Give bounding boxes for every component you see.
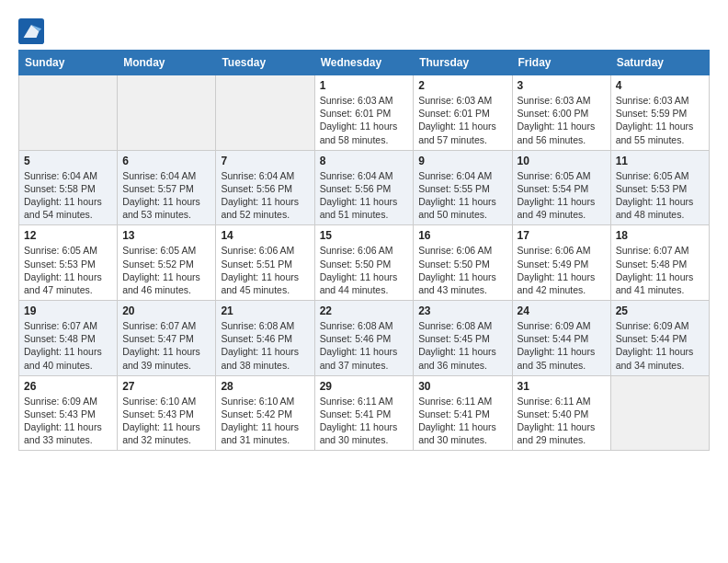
day-info: Sunrise: 6:07 AM Sunset: 5:48 PM Dayligh… xyxy=(616,244,704,296)
day-number: 8 xyxy=(320,155,409,167)
calendar-cell: 22Sunrise: 6:08 AM Sunset: 5:46 PM Dayli… xyxy=(314,301,414,376)
day-info: Sunrise: 6:03 AM Sunset: 6:01 PM Dayligh… xyxy=(418,94,506,146)
day-number: 24 xyxy=(518,304,606,317)
day-info: Sunrise: 6:11 AM Sunset: 5:41 PM Dayligh… xyxy=(418,395,506,447)
day-info: Sunrise: 6:06 AM Sunset: 5:50 PM Dayligh… xyxy=(418,244,506,296)
day-info: Sunrise: 6:09 AM Sunset: 5:44 PM Dayligh… xyxy=(518,319,606,372)
day-number: 18 xyxy=(616,229,704,242)
weekday-header-tuesday: Tuesday xyxy=(216,51,314,75)
day-number: 10 xyxy=(518,155,606,167)
day-info: Sunrise: 6:04 AM Sunset: 5:56 PM Dayligh… xyxy=(320,169,409,222)
calendar-week-row: 19Sunrise: 6:07 AM Sunset: 5:48 PM Dayli… xyxy=(19,301,710,376)
calendar-cell: 3Sunrise: 6:03 AM Sunset: 6:00 PM Daylig… xyxy=(512,75,610,151)
calendar-cell: 13Sunrise: 6:05 AM Sunset: 5:52 PM Dayli… xyxy=(118,225,216,301)
day-number: 11 xyxy=(616,155,704,167)
day-info: Sunrise: 6:10 AM Sunset: 5:43 PM Dayligh… xyxy=(122,395,210,447)
weekday-header-friday: Friday xyxy=(512,51,610,75)
day-number: 23 xyxy=(418,304,506,317)
calendar-cell: 2Sunrise: 6:03 AM Sunset: 6:01 PM Daylig… xyxy=(414,75,512,151)
day-number: 13 xyxy=(122,229,210,242)
calendar-cell: 31Sunrise: 6:11 AM Sunset: 5:40 PM Dayli… xyxy=(512,375,610,451)
calendar-cell: 17Sunrise: 6:06 AM Sunset: 5:49 PM Dayli… xyxy=(512,225,610,301)
calendar-week-row: 26Sunrise: 6:09 AM Sunset: 5:43 PM Dayli… xyxy=(19,375,710,451)
calendar-cell: 28Sunrise: 6:10 AM Sunset: 5:42 PM Dayli… xyxy=(216,375,314,451)
day-number: 31 xyxy=(518,380,606,393)
day-number: 5 xyxy=(24,155,112,167)
calendar-cell: 14Sunrise: 6:06 AM Sunset: 5:51 PM Dayli… xyxy=(216,225,314,301)
calendar-cell xyxy=(19,75,118,151)
calendar-cell xyxy=(216,75,314,151)
calendar-cell: 29Sunrise: 6:11 AM Sunset: 5:41 PM Dayli… xyxy=(314,375,414,451)
day-number: 27 xyxy=(122,380,210,393)
day-number: 3 xyxy=(518,79,606,92)
weekday-header-saturday: Saturday xyxy=(610,51,709,75)
day-info: Sunrise: 6:07 AM Sunset: 5:48 PM Dayligh… xyxy=(24,319,112,372)
day-info: Sunrise: 6:08 AM Sunset: 5:46 PM Dayligh… xyxy=(221,319,309,372)
day-info: Sunrise: 6:03 AM Sunset: 6:00 PM Dayligh… xyxy=(518,94,606,146)
weekday-header-row: SundayMondayTuesdayWednesdayThursdayFrid… xyxy=(19,51,710,75)
weekday-header-thursday: Thursday xyxy=(414,51,512,75)
day-info: Sunrise: 6:03 AM Sunset: 5:59 PM Dayligh… xyxy=(616,94,704,146)
day-number: 28 xyxy=(221,380,309,393)
logo-icon xyxy=(18,18,44,44)
calendar-cell: 20Sunrise: 6:07 AM Sunset: 5:47 PM Dayli… xyxy=(118,301,216,376)
day-info: Sunrise: 6:08 AM Sunset: 5:45 PM Dayligh… xyxy=(418,319,506,372)
calendar-cell: 15Sunrise: 6:06 AM Sunset: 5:50 PM Dayli… xyxy=(314,225,414,301)
day-info: Sunrise: 6:11 AM Sunset: 5:40 PM Dayligh… xyxy=(518,395,606,447)
calendar-cell: 7Sunrise: 6:04 AM Sunset: 5:56 PM Daylig… xyxy=(216,150,314,225)
day-number: 25 xyxy=(616,304,704,317)
day-info: Sunrise: 6:04 AM Sunset: 5:57 PM Dayligh… xyxy=(122,169,210,222)
calendar-cell: 18Sunrise: 6:07 AM Sunset: 5:48 PM Dayli… xyxy=(610,225,709,301)
calendar-cell: 11Sunrise: 6:05 AM Sunset: 5:53 PM Dayli… xyxy=(610,150,709,225)
day-number: 12 xyxy=(24,229,112,242)
weekday-header-wednesday: Wednesday xyxy=(314,51,414,75)
day-number: 4 xyxy=(616,79,704,92)
calendar-week-row: 5Sunrise: 6:04 AM Sunset: 5:58 PM Daylig… xyxy=(19,150,710,225)
calendar-cell: 25Sunrise: 6:09 AM Sunset: 5:44 PM Dayli… xyxy=(610,301,709,376)
day-number: 1 xyxy=(320,79,409,92)
weekday-header-sunday: Sunday xyxy=(19,51,118,75)
day-info: Sunrise: 6:06 AM Sunset: 5:51 PM Dayligh… xyxy=(221,244,309,296)
calendar-cell: 16Sunrise: 6:06 AM Sunset: 5:50 PM Dayli… xyxy=(414,225,512,301)
calendar-cell: 19Sunrise: 6:07 AM Sunset: 5:48 PM Dayli… xyxy=(19,301,118,376)
calendar-cell: 23Sunrise: 6:08 AM Sunset: 5:45 PM Dayli… xyxy=(414,301,512,376)
day-info: Sunrise: 6:05 AM Sunset: 5:54 PM Dayligh… xyxy=(518,169,606,222)
calendar-cell xyxy=(118,75,216,151)
day-number: 16 xyxy=(418,229,506,242)
calendar-cell: 1Sunrise: 6:03 AM Sunset: 6:01 PM Daylig… xyxy=(314,75,414,151)
calendar-cell: 4Sunrise: 6:03 AM Sunset: 5:59 PM Daylig… xyxy=(610,75,709,151)
calendar-cell: 5Sunrise: 6:04 AM Sunset: 5:58 PM Daylig… xyxy=(19,150,118,225)
calendar-cell: 12Sunrise: 6:05 AM Sunset: 5:53 PM Dayli… xyxy=(19,225,118,301)
calendar-cell: 24Sunrise: 6:09 AM Sunset: 5:44 PM Dayli… xyxy=(512,301,610,376)
calendar-cell: 10Sunrise: 6:05 AM Sunset: 5:54 PM Dayli… xyxy=(512,150,610,225)
day-info: Sunrise: 6:11 AM Sunset: 5:41 PM Dayligh… xyxy=(320,395,409,447)
day-number: 29 xyxy=(320,380,409,393)
day-number: 17 xyxy=(518,229,606,242)
day-info: Sunrise: 6:05 AM Sunset: 5:53 PM Dayligh… xyxy=(24,244,112,296)
day-info: Sunrise: 6:04 AM Sunset: 5:58 PM Dayligh… xyxy=(24,169,112,222)
calendar-cell: 30Sunrise: 6:11 AM Sunset: 5:41 PM Dayli… xyxy=(414,375,512,451)
day-number: 19 xyxy=(24,304,112,317)
day-number: 22 xyxy=(320,304,409,317)
day-number: 6 xyxy=(122,155,210,167)
logo xyxy=(18,18,48,44)
calendar-cell: 8Sunrise: 6:04 AM Sunset: 5:56 PM Daylig… xyxy=(314,150,414,225)
day-info: Sunrise: 6:06 AM Sunset: 5:50 PM Dayligh… xyxy=(320,244,409,296)
day-info: Sunrise: 6:05 AM Sunset: 5:53 PM Dayligh… xyxy=(616,169,704,222)
day-info: Sunrise: 6:04 AM Sunset: 5:56 PM Dayligh… xyxy=(221,169,309,222)
day-number: 9 xyxy=(418,155,506,167)
day-info: Sunrise: 6:06 AM Sunset: 5:49 PM Dayligh… xyxy=(518,244,606,296)
day-info: Sunrise: 6:04 AM Sunset: 5:55 PM Dayligh… xyxy=(418,169,506,222)
header xyxy=(18,18,710,44)
calendar-week-row: 1Sunrise: 6:03 AM Sunset: 6:01 PM Daylig… xyxy=(19,75,710,151)
weekday-header-monday: Monday xyxy=(118,51,216,75)
day-info: Sunrise: 6:09 AM Sunset: 5:44 PM Dayligh… xyxy=(616,319,704,372)
day-info: Sunrise: 6:03 AM Sunset: 6:01 PM Dayligh… xyxy=(320,94,409,146)
day-number: 21 xyxy=(221,304,309,317)
calendar-cell: 6Sunrise: 6:04 AM Sunset: 5:57 PM Daylig… xyxy=(118,150,216,225)
calendar-week-row: 12Sunrise: 6:05 AM Sunset: 5:53 PM Dayli… xyxy=(19,225,710,301)
day-info: Sunrise: 6:08 AM Sunset: 5:46 PM Dayligh… xyxy=(320,319,409,372)
day-info: Sunrise: 6:05 AM Sunset: 5:52 PM Dayligh… xyxy=(122,244,210,296)
day-number: 26 xyxy=(24,380,112,393)
day-number: 2 xyxy=(418,79,506,92)
